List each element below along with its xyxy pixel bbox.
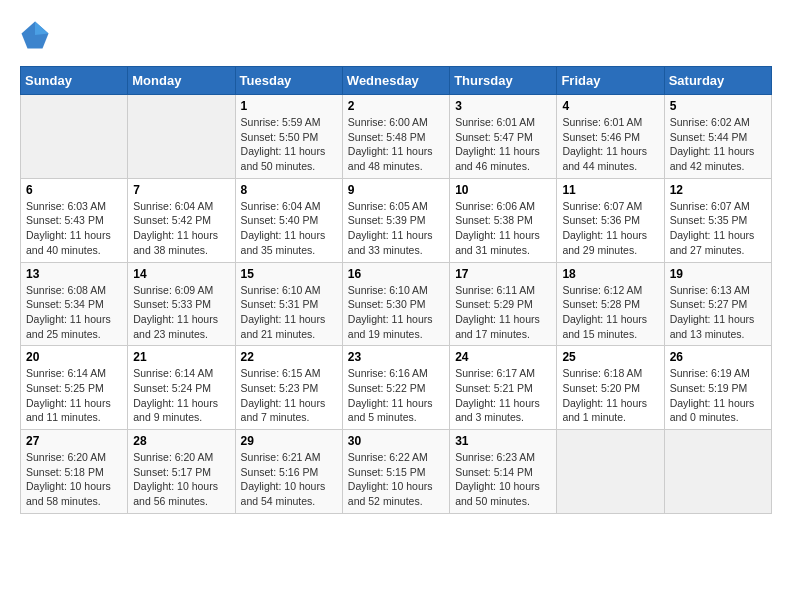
day-info: Sunrise: 6:12 AMSunset: 5:28 PMDaylight:… (562, 283, 658, 342)
day-info: Sunrise: 6:01 AMSunset: 5:47 PMDaylight:… (455, 115, 551, 174)
day-info: Sunrise: 6:20 AMSunset: 5:18 PMDaylight:… (26, 450, 122, 509)
logo (20, 20, 54, 50)
calendar-cell: 30Sunrise: 6:22 AMSunset: 5:15 PMDayligh… (342, 430, 449, 514)
calendar-cell: 6Sunrise: 6:03 AMSunset: 5:43 PMDaylight… (21, 178, 128, 262)
calendar-week-3: 13Sunrise: 6:08 AMSunset: 5:34 PMDayligh… (21, 262, 772, 346)
calendar-cell (557, 430, 664, 514)
day-info: Sunrise: 6:06 AMSunset: 5:38 PMDaylight:… (455, 199, 551, 258)
day-number: 31 (455, 434, 551, 448)
day-number: 16 (348, 267, 444, 281)
calendar-cell: 8Sunrise: 6:04 AMSunset: 5:40 PMDaylight… (235, 178, 342, 262)
day-info: Sunrise: 6:10 AMSunset: 5:31 PMDaylight:… (241, 283, 337, 342)
day-number: 26 (670, 350, 766, 364)
calendar-week-1: 1Sunrise: 5:59 AMSunset: 5:50 PMDaylight… (21, 95, 772, 179)
day-info: Sunrise: 6:07 AMSunset: 5:35 PMDaylight:… (670, 199, 766, 258)
day-number: 4 (562, 99, 658, 113)
calendar-cell: 18Sunrise: 6:12 AMSunset: 5:28 PMDayligh… (557, 262, 664, 346)
day-number: 27 (26, 434, 122, 448)
calendar-body: 1Sunrise: 5:59 AMSunset: 5:50 PMDaylight… (21, 95, 772, 514)
day-info: Sunrise: 6:08 AMSunset: 5:34 PMDaylight:… (26, 283, 122, 342)
day-info: Sunrise: 6:10 AMSunset: 5:30 PMDaylight:… (348, 283, 444, 342)
day-number: 5 (670, 99, 766, 113)
day-info: Sunrise: 6:04 AMSunset: 5:42 PMDaylight:… (133, 199, 229, 258)
day-number: 20 (26, 350, 122, 364)
day-number: 9 (348, 183, 444, 197)
calendar-week-2: 6Sunrise: 6:03 AMSunset: 5:43 PMDaylight… (21, 178, 772, 262)
header-day-tuesday: Tuesday (235, 67, 342, 95)
day-number: 22 (241, 350, 337, 364)
logo-icon (20, 20, 50, 50)
day-info: Sunrise: 6:09 AMSunset: 5:33 PMDaylight:… (133, 283, 229, 342)
day-number: 25 (562, 350, 658, 364)
calendar-cell: 7Sunrise: 6:04 AMSunset: 5:42 PMDaylight… (128, 178, 235, 262)
calendar-cell: 9Sunrise: 6:05 AMSunset: 5:39 PMDaylight… (342, 178, 449, 262)
calendar-cell: 25Sunrise: 6:18 AMSunset: 5:20 PMDayligh… (557, 346, 664, 430)
day-number: 8 (241, 183, 337, 197)
day-number: 24 (455, 350, 551, 364)
calendar-cell: 20Sunrise: 6:14 AMSunset: 5:25 PMDayligh… (21, 346, 128, 430)
calendar-cell (21, 95, 128, 179)
day-number: 21 (133, 350, 229, 364)
calendar-cell: 23Sunrise: 6:16 AMSunset: 5:22 PMDayligh… (342, 346, 449, 430)
calendar-cell: 17Sunrise: 6:11 AMSunset: 5:29 PMDayligh… (450, 262, 557, 346)
calendar-cell: 24Sunrise: 6:17 AMSunset: 5:21 PMDayligh… (450, 346, 557, 430)
calendar-cell: 11Sunrise: 6:07 AMSunset: 5:36 PMDayligh… (557, 178, 664, 262)
day-info: Sunrise: 6:19 AMSunset: 5:19 PMDaylight:… (670, 366, 766, 425)
calendar-cell: 27Sunrise: 6:20 AMSunset: 5:18 PMDayligh… (21, 430, 128, 514)
calendar-cell: 29Sunrise: 6:21 AMSunset: 5:16 PMDayligh… (235, 430, 342, 514)
calendar-cell: 16Sunrise: 6:10 AMSunset: 5:30 PMDayligh… (342, 262, 449, 346)
page-header (20, 20, 772, 50)
day-number: 28 (133, 434, 229, 448)
calendar-cell: 31Sunrise: 6:23 AMSunset: 5:14 PMDayligh… (450, 430, 557, 514)
day-number: 17 (455, 267, 551, 281)
header-day-saturday: Saturday (664, 67, 771, 95)
calendar-cell: 15Sunrise: 6:10 AMSunset: 5:31 PMDayligh… (235, 262, 342, 346)
day-info: Sunrise: 6:20 AMSunset: 5:17 PMDaylight:… (133, 450, 229, 509)
day-info: Sunrise: 6:18 AMSunset: 5:20 PMDaylight:… (562, 366, 658, 425)
day-number: 13 (26, 267, 122, 281)
calendar-cell: 14Sunrise: 6:09 AMSunset: 5:33 PMDayligh… (128, 262, 235, 346)
header-day-monday: Monday (128, 67, 235, 95)
day-info: Sunrise: 6:05 AMSunset: 5:39 PMDaylight:… (348, 199, 444, 258)
header-day-sunday: Sunday (21, 67, 128, 95)
calendar-header: SundayMondayTuesdayWednesdayThursdayFrid… (21, 67, 772, 95)
day-number: 19 (670, 267, 766, 281)
calendar-cell: 28Sunrise: 6:20 AMSunset: 5:17 PMDayligh… (128, 430, 235, 514)
day-number: 15 (241, 267, 337, 281)
day-number: 2 (348, 99, 444, 113)
day-info: Sunrise: 6:14 AMSunset: 5:24 PMDaylight:… (133, 366, 229, 425)
day-info: Sunrise: 6:07 AMSunset: 5:36 PMDaylight:… (562, 199, 658, 258)
calendar-cell: 21Sunrise: 6:14 AMSunset: 5:24 PMDayligh… (128, 346, 235, 430)
day-number: 1 (241, 99, 337, 113)
day-number: 30 (348, 434, 444, 448)
day-number: 3 (455, 99, 551, 113)
day-number: 29 (241, 434, 337, 448)
header-day-friday: Friday (557, 67, 664, 95)
day-number: 23 (348, 350, 444, 364)
day-info: Sunrise: 6:13 AMSunset: 5:27 PMDaylight:… (670, 283, 766, 342)
svg-marker-1 (35, 22, 49, 36)
calendar-cell: 3Sunrise: 6:01 AMSunset: 5:47 PMDaylight… (450, 95, 557, 179)
calendar-cell: 22Sunrise: 6:15 AMSunset: 5:23 PMDayligh… (235, 346, 342, 430)
day-info: Sunrise: 6:22 AMSunset: 5:15 PMDaylight:… (348, 450, 444, 509)
calendar-cell: 1Sunrise: 5:59 AMSunset: 5:50 PMDaylight… (235, 95, 342, 179)
day-number: 7 (133, 183, 229, 197)
calendar-cell: 12Sunrise: 6:07 AMSunset: 5:35 PMDayligh… (664, 178, 771, 262)
calendar-cell: 19Sunrise: 6:13 AMSunset: 5:27 PMDayligh… (664, 262, 771, 346)
header-row: SundayMondayTuesdayWednesdayThursdayFrid… (21, 67, 772, 95)
day-info: Sunrise: 6:15 AMSunset: 5:23 PMDaylight:… (241, 366, 337, 425)
calendar-cell (664, 430, 771, 514)
day-info: Sunrise: 6:17 AMSunset: 5:21 PMDaylight:… (455, 366, 551, 425)
day-info: Sunrise: 6:04 AMSunset: 5:40 PMDaylight:… (241, 199, 337, 258)
day-number: 10 (455, 183, 551, 197)
day-info: Sunrise: 6:23 AMSunset: 5:14 PMDaylight:… (455, 450, 551, 509)
day-number: 6 (26, 183, 122, 197)
day-info: Sunrise: 6:14 AMSunset: 5:25 PMDaylight:… (26, 366, 122, 425)
calendar-cell: 4Sunrise: 6:01 AMSunset: 5:46 PMDaylight… (557, 95, 664, 179)
header-day-wednesday: Wednesday (342, 67, 449, 95)
calendar-table: SundayMondayTuesdayWednesdayThursdayFrid… (20, 66, 772, 514)
day-number: 18 (562, 267, 658, 281)
calendar-week-4: 20Sunrise: 6:14 AMSunset: 5:25 PMDayligh… (21, 346, 772, 430)
day-number: 11 (562, 183, 658, 197)
day-info: Sunrise: 6:01 AMSunset: 5:46 PMDaylight:… (562, 115, 658, 174)
